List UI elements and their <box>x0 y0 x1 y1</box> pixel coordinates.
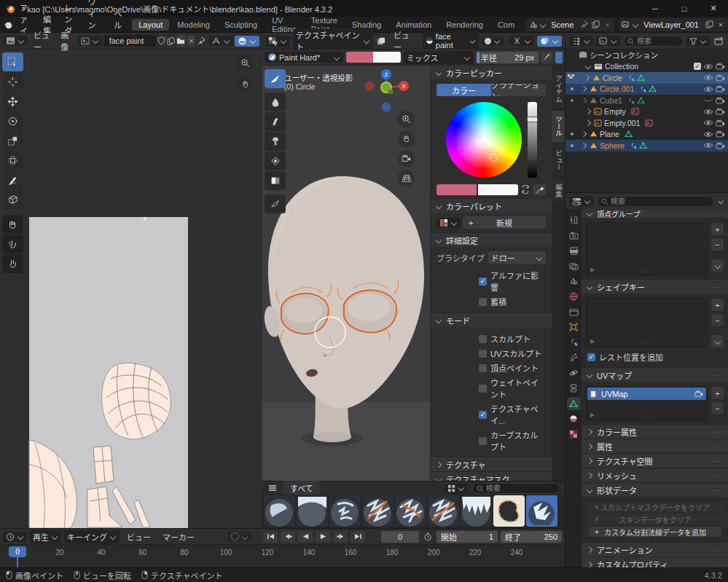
uvmap-remove-button[interactable]: − <box>711 401 724 415</box>
draw-brush-tool[interactable] <box>265 69 286 88</box>
tab-viewlayer-icon[interactable] <box>568 261 579 271</box>
collection-checkbox[interactable]: ✓ <box>694 63 701 70</box>
timeline-menu-playback[interactable]: 再生 <box>30 530 61 543</box>
texture-mask-panel-header[interactable]: テクスチャマスク <box>431 471 552 481</box>
eye-closed-icon[interactable] <box>703 97 713 103</box>
pan-gizmo-icon[interactable] <box>236 75 254 93</box>
geometry-data-panel-header[interactable]: 形状データ···· <box>582 482 728 497</box>
shapekey-specials-button[interactable] <box>711 334 724 348</box>
jump-to-start-button[interactable] <box>263 531 278 543</box>
copy-scene-icon[interactable] <box>590 19 601 31</box>
uv-maps-list[interactable]: UVMap ▶:::: <box>586 386 708 421</box>
annotate-tool[interactable] <box>2 170 23 189</box>
properties-search-input[interactable] <box>597 196 714 207</box>
overlays-dropdown[interactable] <box>537 36 562 47</box>
unlink-image-icon[interactable]: × <box>187 35 195 47</box>
pinch-tool[interactable] <box>2 254 23 273</box>
blender-menu-icon[interactable] <box>3 19 13 31</box>
color-picker-panel-header[interactable]: カラーピッカー <box>431 66 552 79</box>
editor-type-button[interactable] <box>3 36 28 46</box>
eye-icon[interactable] <box>703 131 713 138</box>
mode-weightpaint-checkbox[interactable] <box>479 385 487 393</box>
tab-tool-icon[interactable] <box>568 215 579 225</box>
vgroup-remove-button[interactable]: − <box>711 237 724 251</box>
play-button[interactable] <box>316 531 330 543</box>
render-camera-icon[interactable] <box>716 108 725 115</box>
alpha-checkbox[interactable]: ✓ <box>479 278 487 286</box>
move-tool[interactable] <box>2 92 23 111</box>
object-row-empty[interactable]: Empty <box>565 106 728 118</box>
copy-viewlayer-icon[interactable] <box>703 19 715 31</box>
mask-brush-tool[interactable] <box>265 194 286 213</box>
eye-icon[interactable] <box>703 63 713 70</box>
tab-edit[interactable]: 編集 <box>552 178 565 202</box>
tab-physics-icon[interactable] <box>568 368 579 378</box>
brush-asset-7[interactable] <box>461 495 492 527</box>
relax-tool[interactable] <box>2 235 23 253</box>
outliner-search[interactable] <box>623 36 684 47</box>
vgroup-add-button[interactable]: + <box>711 222 724 236</box>
render-camera-icon[interactable] <box>716 142 725 149</box>
tweak-tool[interactable] <box>2 52 23 71</box>
paint-falloff-dropdown[interactable] <box>208 36 233 46</box>
prev-keyframe-button[interactable] <box>281 531 295 543</box>
eye-icon[interactable] <box>703 119 713 126</box>
soften-tool[interactable] <box>265 93 286 111</box>
mode-curvesculpt-checkbox[interactable] <box>479 437 487 445</box>
color-wheel[interactable] <box>446 102 522 178</box>
brush-asset-5[interactable] <box>395 495 426 527</box>
paint-mode-dropdown[interactable] <box>235 36 259 47</box>
object-row-sphere[interactable]: Sphere <box>565 140 728 152</box>
tab-collection-icon[interactable] <box>568 307 579 317</box>
collection-row[interactable]: Collection ✓ <box>565 61 728 73</box>
object-row-empty001[interactable]: Empty.001 <box>565 117 728 129</box>
render-camera-icon[interactable] <box>716 119 725 127</box>
image-name-field[interactable]: face paint <box>103 35 156 47</box>
tab-object-icon[interactable] <box>568 322 579 332</box>
new-collection-icon[interactable] <box>713 35 724 47</box>
symmetry-dropdown[interactable] <box>509 36 534 46</box>
properties-editor-dropdown[interactable] <box>569 197 594 206</box>
brush-asset-9-selected[interactable] <box>526 495 557 527</box>
advanced-panel-header[interactable]: 詳細設定 <box>431 232 552 247</box>
eye-icon[interactable] <box>703 86 713 93</box>
texture-panel-header[interactable]: テクスチャ <box>431 457 552 471</box>
viewport-pan-icon[interactable] <box>398 130 415 147</box>
render-camera-icon[interactable] <box>716 97 725 104</box>
remove-viewlayer-icon[interactable]: × <box>715 19 727 31</box>
tab-tool[interactable]: ツール <box>552 111 565 142</box>
play-reverse-button[interactable] <box>298 531 313 543</box>
tab-texture-icon[interactable] <box>568 429 579 439</box>
shelf-search-input[interactable] <box>472 483 560 494</box>
render-camera-icon[interactable] <box>694 390 703 397</box>
cursor-tool[interactable] <box>2 72 23 91</box>
scene-selector[interactable]: Scene × <box>526 18 614 31</box>
shapekey-remove-button[interactable]: − <box>711 313 724 327</box>
brush-asset-1[interactable] <box>264 495 295 527</box>
render-camera-icon[interactable] <box>716 130 725 138</box>
smear-tool[interactable] <box>265 112 286 131</box>
workspace-tab-layout[interactable]: Layout <box>132 19 169 31</box>
timeline-editor-dropdown[interactable] <box>3 532 27 542</box>
stroke-falloff-dropdown[interactable] <box>482 37 504 45</box>
workspace-tab-modeling[interactable]: Modeling <box>171 19 216 31</box>
viewport-perspective-icon[interactable] <box>398 170 415 186</box>
viewport-axis-gizmo[interactable]: Z X <box>363 67 410 114</box>
pin-icon[interactable] <box>578 19 590 31</box>
shelf-menu-icon[interactable] <box>267 482 278 494</box>
palette-new-button[interactable]: +新規 <box>463 216 546 229</box>
vgroup-specials-button[interactable] <box>711 259 724 272</box>
close-button[interactable]: ✕ <box>699 0 728 17</box>
jump-to-end-button[interactable] <box>351 531 365 543</box>
minimize-button[interactable]: ─ <box>641 0 670 17</box>
imgedit-menu-view[interactable]: ビュー <box>29 33 55 49</box>
tab-view[interactable]: ビュー <box>552 145 565 176</box>
uvmap-row[interactable]: UVMap <box>587 388 706 400</box>
rest-position-checkbox[interactable]: ✓ <box>587 353 595 361</box>
animation-panel-header[interactable]: アニメーション···· <box>582 542 728 557</box>
shelf-tab-all[interactable]: すべて <box>283 481 321 495</box>
playhead[interactable]: 0 <box>9 546 26 557</box>
mask-stack-icon[interactable] <box>376 35 387 47</box>
swap-colors-icon[interactable] <box>520 184 531 195</box>
gradient-tool[interactable] <box>265 171 286 190</box>
